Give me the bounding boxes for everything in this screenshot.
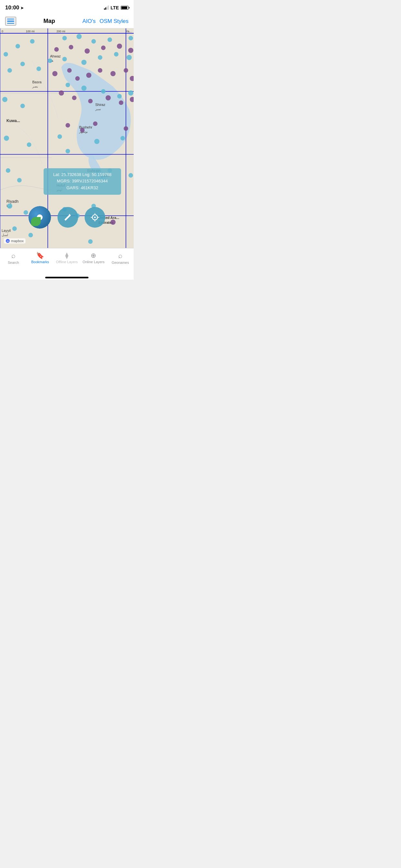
tab-online-layers[interactable]: ⊕ Online Layers [80, 251, 107, 268]
map-view[interactable]: 0 100 mi 200 mi Ya... Ahwaz هو Basra بصر… [0, 28, 134, 248]
svg-point-70 [7, 204, 12, 209]
svg-point-45 [36, 66, 41, 71]
svg-point-79 [54, 47, 59, 52]
svg-point-99 [66, 123, 70, 128]
svg-point-52 [2, 97, 7, 102]
svg-point-93 [59, 90, 64, 96]
svg-point-44 [20, 62, 25, 66]
svg-text:Layyil: Layyil [2, 228, 11, 232]
edit-button[interactable] [58, 207, 78, 228]
svg-point-48 [81, 60, 87, 65]
svg-text:بصر: بصر [32, 85, 38, 89]
svg-point-66 [17, 178, 22, 182]
svg-point-100 [80, 128, 85, 132]
bookmarks-icon: 🔖 [36, 252, 44, 259]
svg-point-82 [101, 45, 105, 50]
aio-link[interactable]: AIO's [82, 18, 96, 25]
svg-point-84 [128, 48, 133, 53]
svg-point-71 [24, 210, 28, 215]
battery-icon [121, 6, 128, 10]
svg-text:لسل: لسل [2, 233, 8, 237]
svg-point-35 [4, 52, 8, 57]
lte-label: LTE [111, 5, 119, 10]
svg-point-91 [124, 68, 128, 73]
svg-point-37 [30, 39, 35, 43]
svg-point-41 [107, 37, 112, 42]
svg-point-50 [114, 52, 119, 57]
offline-layers-icon: ⧫ [65, 252, 68, 259]
osm-styles-link[interactable]: OSM Styles [99, 18, 128, 25]
mapbox-attribution: m mapbox [4, 238, 26, 244]
status-bar: 10:00 ➤ LTE [0, 0, 134, 14]
svg-point-56 [101, 89, 105, 94]
svg-point-60 [27, 143, 31, 147]
tab-offline-layers-label: Offline Layers [56, 260, 78, 264]
svg-point-65 [6, 168, 10, 173]
signal-bars [104, 6, 109, 10]
svg-point-105 [94, 217, 96, 218]
svg-point-87 [75, 76, 80, 81]
svg-text:Shiraz: Shiraz [95, 103, 105, 106]
svg-point-88 [86, 73, 91, 78]
svg-point-51 [127, 55, 132, 60]
svg-point-97 [119, 100, 123, 105]
svg-point-78 [88, 239, 93, 244]
svg-point-49 [98, 55, 102, 60]
tab-bookmarks[interactable]: 🔖 Bookmarks [27, 251, 54, 268]
location-button[interactable] [85, 207, 105, 228]
svg-point-59 [4, 135, 9, 141]
svg-text:0: 0 [2, 30, 3, 33]
svg-text:Ahwaz: Ahwaz [50, 54, 61, 58]
svg-point-42 [128, 36, 133, 40]
svg-point-47 [62, 57, 67, 61]
globe-button[interactable] [28, 206, 51, 228]
svg-point-86 [67, 68, 72, 73]
tab-online-layers-label: Online Layers [83, 260, 104, 264]
svg-point-61 [58, 134, 62, 139]
svg-point-90 [111, 71, 116, 76]
svg-point-57 [117, 94, 122, 98]
svg-point-55 [81, 86, 87, 91]
svg-point-80 [69, 45, 73, 50]
search-icon: ⌕ [11, 252, 16, 259]
svg-point-101 [93, 121, 97, 126]
svg-point-76 [28, 233, 33, 237]
svg-point-53 [20, 104, 25, 108]
svg-point-96 [105, 95, 111, 100]
svg-point-102 [124, 126, 128, 131]
location-icon: ➤ [20, 5, 24, 10]
status-time: 10:00 [5, 4, 19, 11]
svg-point-94 [72, 96, 76, 100]
mapbox-logo-icon: m [6, 239, 10, 243]
nav-title: Map [43, 18, 55, 25]
tab-bar: ⌕ Search 🔖 Bookmarks ⧫ Offline Layers ⊕ … [0, 248, 134, 275]
tab-search-label: Search [8, 260, 19, 265]
tab-offline-layers[interactable]: ⧫ Offline Layers [54, 251, 81, 268]
nav-right: AIO's OSM Styles [82, 18, 128, 25]
svg-text:100 mi: 100 mi [26, 30, 35, 33]
svg-text:m: m [7, 240, 9, 243]
tab-bookmarks-label: Bookmarks [31, 260, 49, 264]
svg-point-40 [91, 39, 96, 43]
svg-point-95 [88, 99, 93, 103]
coord-lat-lng: Lat: 25.732638 Lng: 50.159768 [48, 172, 117, 178]
tab-search[interactable]: ⌕ Search [0, 251, 27, 268]
svg-point-38 [62, 36, 67, 40]
coord-gars: GARS: 461KR32 [48, 185, 117, 191]
svg-point-58 [128, 90, 133, 96]
svg-text:Ya...: Ya... [126, 30, 132, 33]
svg-point-46 [48, 58, 52, 63]
svg-point-89 [98, 68, 102, 73]
svg-point-75 [12, 226, 17, 231]
svg-point-63 [94, 139, 99, 144]
svg-text:Riyadh: Riyadh [6, 199, 19, 204]
svg-point-36 [16, 44, 20, 49]
mapbox-label: mapbox [11, 239, 24, 243]
tab-geonames-label: Geonames [112, 260, 129, 265]
online-layers-icon: ⊕ [91, 252, 96, 259]
svg-point-39 [76, 34, 82, 39]
nav-bar: Map AIO's OSM Styles [0, 14, 134, 28]
menu-button[interactable] [5, 17, 16, 26]
svg-point-43 [7, 68, 12, 73]
tab-geonames[interactable]: ⌕ Geonames [107, 251, 134, 268]
